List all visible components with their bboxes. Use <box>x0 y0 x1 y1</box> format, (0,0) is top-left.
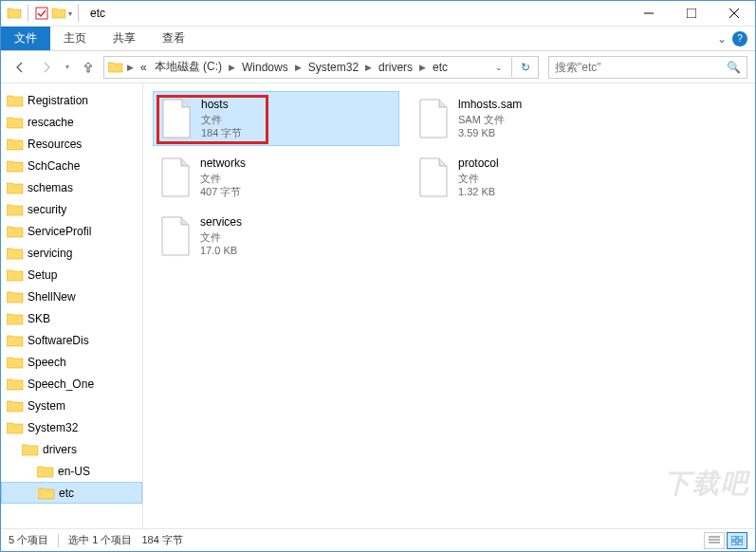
breadcrumb-dropdown-icon[interactable]: ⌄ <box>491 63 507 72</box>
folder-tree[interactable]: RegistrationrescacheResourcesSchCachesch… <box>1 83 143 528</box>
search-input[interactable] <box>555 61 727 74</box>
folder-icon <box>7 6 22 21</box>
status-count: 5 个项目 <box>9 533 48 547</box>
tree-item[interactable]: security <box>1 198 142 220</box>
ribbon-right: ⌄ ? <box>717 27 755 50</box>
view-tiles-button[interactable] <box>727 532 747 549</box>
file-name: hosts <box>201 98 242 113</box>
tree-label: System32 <box>28 421 78 434</box>
chevron-right-icon[interactable]: ▶ <box>125 63 136 72</box>
file-meta: hosts文件184 字节 <box>201 98 242 139</box>
tree-label: Speech <box>28 356 66 369</box>
separator <box>78 5 79 22</box>
svg-rect-2 <box>687 9 696 18</box>
separator <box>58 534 59 547</box>
file-meta: protocol文件1.32 KB <box>458 156 499 198</box>
tree-label: rescache <box>28 116 74 129</box>
tree-item[interactable]: SoftwareDis <box>1 329 142 351</box>
nav-back-button[interactable] <box>9 56 31 79</box>
nav-forward-button[interactable] <box>35 56 58 79</box>
qat-dropdown-icon[interactable]: ▾ <box>68 9 72 18</box>
refresh-icon[interactable]: ↻ <box>517 61 534 74</box>
search-icon[interactable]: 🔍 <box>727 61 741 74</box>
breadcrumb-segment[interactable]: drivers <box>376 61 415 74</box>
tree-label: Registration <box>28 94 88 107</box>
file-item[interactable]: networks文件407 字节 <box>153 150 399 205</box>
file-meta: lmhosts.samSAM 文件3.59 KB <box>458 98 522 139</box>
tree-label: Speech_One <box>28 377 94 391</box>
close-button[interactable] <box>712 1 755 27</box>
tab-view[interactable]: 查看 <box>149 27 198 50</box>
breadcrumb-segment[interactable]: System32 <box>305 61 361 74</box>
minimize-button[interactable] <box>627 1 670 27</box>
nav-history-dropdown[interactable]: ▾ <box>62 56 73 79</box>
tree-item[interactable]: Speech <box>1 351 142 373</box>
file-size: 184 字节 <box>201 126 242 139</box>
tree-item[interactable]: Resources <box>1 133 142 155</box>
tree-item[interactable]: SchCache <box>1 155 142 176</box>
tree-item[interactable]: en-US <box>1 460 142 482</box>
svg-rect-11 <box>738 542 743 545</box>
svg-rect-8 <box>731 536 736 540</box>
navbar: ▾ ▶ « 本地磁盘 (C:) ▶ Windows ▶ System32 ▶ d… <box>1 51 755 83</box>
statusbar: 5 个项目 选中 1 个项目 184 字节 <box>1 528 755 551</box>
file-meta: networks文件407 字节 <box>200 156 246 198</box>
tab-file[interactable]: 文件 <box>1 27 50 50</box>
file-pane[interactable]: 下载吧 hosts文件184 字节lmhosts.samSAM 文件3.59 K… <box>143 83 755 528</box>
nav-up-button[interactable] <box>77 56 100 79</box>
checkbox-icon[interactable] <box>34 6 49 21</box>
tree-item[interactable]: Registration <box>1 89 142 111</box>
tree-label: Resources <box>28 138 82 151</box>
maximize-button[interactable] <box>670 1 712 27</box>
tree-item[interactable]: System32 <box>1 416 142 438</box>
breadcrumb-prefix[interactable]: « <box>138 61 150 74</box>
help-icon[interactable]: ? <box>732 31 747 46</box>
file-item[interactable]: hosts文件184 字节 <box>153 91 399 146</box>
status-size: 184 字节 <box>141 533 182 547</box>
breadcrumb-segment[interactable]: etc <box>430 61 451 74</box>
file-meta: services文件17.0 KB <box>200 215 242 257</box>
tree-item[interactable]: ShellNew <box>1 285 142 307</box>
file-type: 文件 <box>201 113 242 126</box>
tree-item[interactable]: servicing <box>1 242 142 264</box>
tree-item[interactable]: etc <box>1 482 142 504</box>
file-item[interactable]: lmhosts.samSAM 文件3.59 KB <box>411 91 657 146</box>
file-name: networks <box>200 156 246 172</box>
tree-item[interactable]: Speech_One <box>1 373 142 395</box>
chevron-right-icon[interactable]: ▶ <box>293 63 304 72</box>
chevron-right-icon[interactable]: ▶ <box>417 63 428 72</box>
tree-item[interactable]: drivers <box>1 438 142 460</box>
view-details-button[interactable] <box>704 532 725 549</box>
tree-label: en-US <box>58 465 90 478</box>
tree-item[interactable]: SKB <box>1 307 142 329</box>
breadcrumb[interactable]: ▶ « 本地磁盘 (C:) ▶ Windows ▶ System32 ▶ dri… <box>103 56 539 79</box>
tab-share[interactable]: 共享 <box>100 27 149 50</box>
breadcrumb-segment[interactable]: 本地磁盘 (C:) <box>152 59 225 75</box>
tree-item[interactable]: System <box>1 395 142 416</box>
file-item[interactable]: services文件17.0 KB <box>153 209 399 264</box>
tree-label: schemas <box>28 181 73 194</box>
tree-label: Setup <box>28 268 57 282</box>
file-type: 文件 <box>200 230 242 244</box>
ribbon-expand-icon[interactable]: ⌄ <box>717 32 727 46</box>
tree-item[interactable]: rescache <box>1 111 142 133</box>
chevron-right-icon[interactable]: ▶ <box>363 63 374 72</box>
body: RegistrationrescacheResourcesSchCachesch… <box>1 83 755 528</box>
breadcrumb-controls: ⌄ ↻ <box>491 58 534 77</box>
breadcrumb-segment[interactable]: Windows <box>239 61 291 74</box>
folder-dropdown-icon[interactable] <box>51 6 66 21</box>
chevron-right-icon[interactable]: ▶ <box>227 63 237 72</box>
file-name: services <box>200 215 242 230</box>
file-name: protocol <box>458 156 499 172</box>
file-item[interactable]: protocol文件1.32 KB <box>411 150 657 205</box>
tree-label: SKB <box>28 312 50 325</box>
tree-label: ShellNew <box>28 290 76 304</box>
tree-item[interactable]: ServiceProfil <box>1 220 142 242</box>
tab-home[interactable]: 主页 <box>50 27 100 50</box>
tree-item[interactable]: schemas <box>1 176 142 198</box>
tree-item[interactable]: Setup <box>1 264 142 285</box>
separator <box>28 5 28 22</box>
file-size: 1.32 KB <box>458 185 499 198</box>
tree-label: SoftwareDis <box>28 334 89 347</box>
search-box[interactable]: 🔍 <box>548 56 747 79</box>
